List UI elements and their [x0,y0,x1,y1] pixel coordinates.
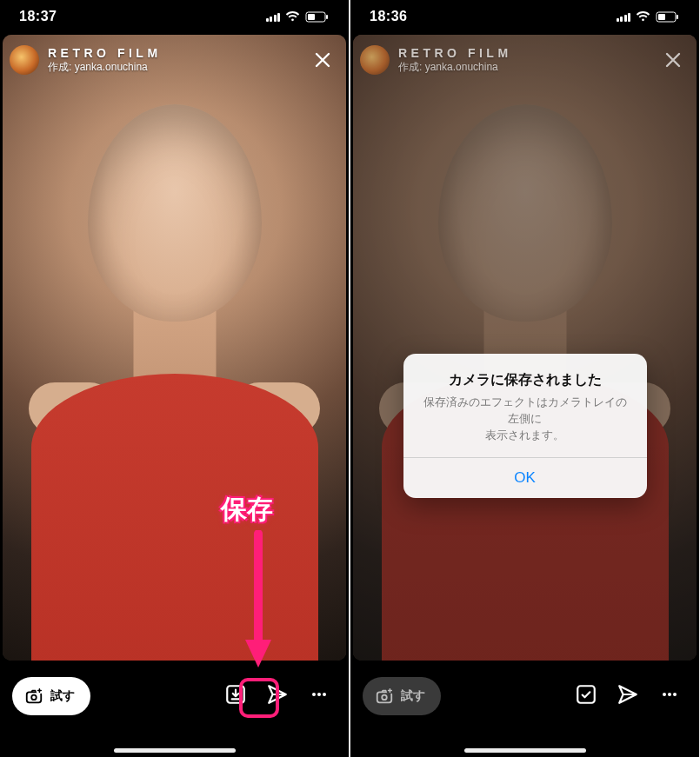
saved-effect-indicator [569,677,603,712]
status-time: 18:37 [19,9,57,24]
svg-point-4 [31,695,37,701]
home-indicator[interactable] [114,748,236,753]
wifi-icon [285,11,300,22]
annotation-label-save: 保存 [221,492,273,528]
save-effect-button[interactable] [218,677,253,712]
status-icons [617,11,681,23]
effect-title: RETRO FILM [398,46,512,62]
author-avatar [360,45,390,75]
phone-screen-right: 18:36 RETRO FILM 作成: [350,0,699,757]
battery-icon [305,11,330,23]
close-button[interactable] [306,43,339,76]
share-button [610,677,645,712]
status-bar: 18:36 [350,0,699,33]
effect-title: RETRO FILM [48,46,162,62]
try-effect-label: 試す [50,688,75,704]
wifi-icon [636,11,650,22]
svg-rect-2 [308,14,315,20]
phone-screen-left: 18:37 RETRO FILM 作成: yanka. [0,0,349,757]
camera-plus-icon [375,687,394,706]
status-time: 18:36 [370,9,407,24]
effect-header[interactable]: RETRO FILM 作成: yanka.onuchina [10,40,339,80]
battery-icon [656,11,680,23]
bottom-toolbar: 試す [0,663,349,757]
camera-preview-image [3,35,346,661]
try-effect-button[interactable]: 試す [12,677,90,715]
svg-point-21 [673,693,677,696]
try-effect-label: 試す [401,688,425,704]
signal-icon [266,11,281,22]
svg-point-19 [663,693,666,696]
effect-author: 作成: yanka.onuchina [398,61,512,74]
svg-point-9 [323,693,326,696]
svg-point-7 [312,693,316,696]
home-indicator[interactable] [464,748,586,753]
status-icons [266,11,330,23]
author-avatar[interactable] [10,45,39,75]
share-button[interactable] [260,677,295,712]
camera-viewport: RETRO FILM 作成: yanka.onuchina カメラに保存されまし… [353,35,697,661]
svg-point-8 [317,693,321,696]
svg-point-16 [382,695,387,701]
svg-point-20 [668,693,671,696]
svg-rect-1 [326,15,328,19]
close-button [657,43,690,76]
camera-plus-icon [24,687,43,706]
effect-author: 作成: yanka.onuchina [48,61,162,74]
dialog-title: カメラに保存されました [419,371,631,389]
try-effect-button: 試す [363,677,441,715]
effect-header: RETRO FILM 作成: yanka.onuchina [360,40,690,80]
dialog-ok-button[interactable]: OK [403,458,647,498]
signal-icon [617,11,631,22]
more-button [652,677,687,712]
saved-confirmation-dialog: カメラに保存されました 保存済みのエフェクトはカメラトレイの左側に 表示されます… [403,354,647,498]
dim-overlay [353,35,697,661]
camera-viewport: RETRO FILM 作成: yanka.onuchina [3,35,346,661]
status-bar: 18:37 [0,0,349,33]
dialog-message: 保存済みのエフェクトはカメラトレイの左側に 表示されます。 [419,395,631,443]
svg-rect-14 [658,14,665,20]
bottom-toolbar: 試す [350,663,699,757]
more-button[interactable] [302,677,337,712]
svg-rect-13 [677,15,678,19]
svg-rect-18 [577,686,595,703]
